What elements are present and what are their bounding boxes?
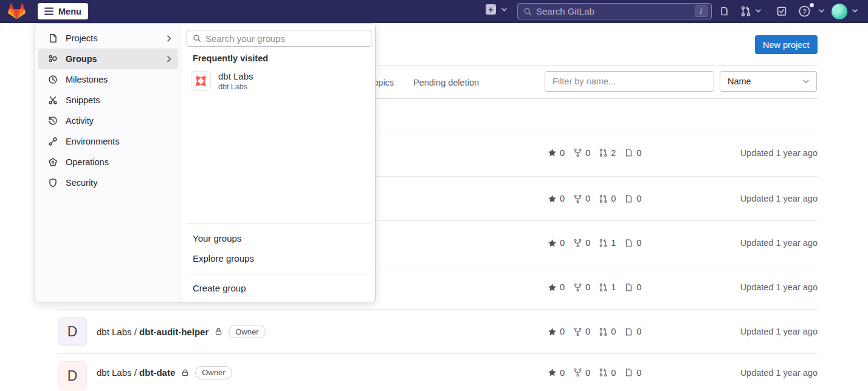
project-row: D dbt Labs / dbt-audit-helper Owner 0 0 … [58,309,818,353]
merge-requests-stat[interactable]: 1 [599,282,616,292]
stars-stat[interactable]: 0 [548,282,565,292]
frequent-group-item[interactable]: dbt Labs dbt Labs [191,71,253,91]
forks-stat[interactable]: 0 [573,148,590,158]
sort-select[interactable]: Name [720,71,817,92]
merge-requests-stat[interactable]: 1 [599,238,616,248]
divider [187,223,371,224]
lock-icon [181,369,189,377]
merge-request-icon [599,194,608,203]
project-icon [48,33,58,43]
forks-stat[interactable]: 0 [573,238,590,248]
issue-icon [624,239,633,248]
project-stats: 0 0 0 0 [548,194,641,203]
issues-stat[interactable]: 0 [624,238,641,248]
issues-stat[interactable]: 0 [624,327,641,336]
issues-stat[interactable]: 0 [624,282,641,292]
star-icon [548,327,557,336]
merge-request-icon [599,239,608,248]
star-icon [548,283,557,292]
merge-requests-stat[interactable]: 0 [599,194,616,203]
menu-button-label: Menu [58,7,81,16]
forks-stat[interactable]: 0 [573,368,590,378]
forks-stat[interactable]: 0 [573,327,590,336]
menu-button[interactable]: Menu [38,3,88,19]
menu-item-projects[interactable]: Projects [38,28,178,49]
group-search-input[interactable]: Search your groups [187,30,371,47]
project-name: dbt-date [139,367,175,378]
issue-icon [624,283,633,292]
merge-requests-icon[interactable] [740,5,751,17]
project-link[interactable]: dbt Labs / dbt-date [97,367,175,378]
forks-stat[interactable]: 0 [573,194,590,203]
stars-stat[interactable]: 0 [548,238,565,248]
project-stats: 0 0 0 0 [548,368,641,378]
merge-requests-stat[interactable]: 2 [599,148,616,158]
keyboard-shortcut-badge: / [695,5,708,17]
dbt-labs-logo-icon [191,71,211,91]
project-name: dbt-audit-helper [139,327,208,337]
chevron-right-icon [167,56,171,63]
fork-icon [573,327,582,336]
issues-stat[interactable]: 0 [624,368,641,378]
menu-item-snippets[interactable]: Snippets [38,90,178,110]
chevron-down-icon [501,8,507,12]
gitlab-logo-icon[interactable] [8,2,26,20]
stars-stat[interactable]: 0 [548,327,565,336]
namespace-separator: / [134,327,137,337]
user-avatar[interactable] [832,4,847,19]
scissors-icon [48,95,58,105]
search-placeholder: Search GitLab [536,6,695,16]
project-namespace: dbt Labs [97,327,132,337]
issues-icon[interactable] [719,5,729,17]
fork-icon [573,194,582,203]
project-avatar[interactable]: D [58,361,87,390]
issue-icon [624,327,633,336]
merge-request-icon [599,327,608,336]
create-group-link[interactable]: Create group [193,283,246,293]
project-avatar[interactable]: D [58,317,87,346]
fork-icon [573,239,582,248]
operations-icon [48,157,58,167]
menu-item-activity[interactable]: Activity [38,110,178,131]
global-search-input[interactable]: Search GitLab / [517,3,712,19]
issues-stat[interactable]: 0 [624,148,641,158]
chevron-down-icon [756,9,761,13]
issues-stat[interactable]: 0 [624,194,641,203]
new-menu-button[interactable]: + [486,4,507,15]
stars-stat[interactable]: 0 [548,148,565,158]
chevron-down-icon [852,9,858,13]
menu-item-operations[interactable]: Operations [38,152,178,172]
help-icon[interactable]: ? [798,5,811,18]
todos-icon[interactable] [776,5,787,17]
history-icon [48,116,58,126]
stars-stat[interactable]: 0 [548,368,565,378]
hamburger-icon [44,7,53,15]
explore-groups-link[interactable]: Explore groups [193,253,254,264]
plus-icon: + [486,4,496,15]
role-badge: Owner [229,325,265,338]
groups-panel: Search your groups Frequently visited db… [181,24,375,302]
menu-item-milestones[interactable]: Milestones [38,69,178,90]
your-groups-link[interactable]: Your groups [193,233,241,243]
updated-label: Updated 1 year ago [740,238,818,248]
merge-requests-stat[interactable]: 0 [599,368,616,378]
chevron-down-icon [819,9,824,13]
environment-icon [48,137,58,146]
project-stats: 0 0 2 0 [548,148,641,158]
project-link[interactable]: dbt Labs / dbt-audit-helper [97,327,208,337]
project-stats: 0 0 1 0 [548,238,641,248]
merge-requests-stat[interactable]: 0 [599,327,616,336]
new-project-button[interactable]: New project [755,35,818,54]
forks-stat[interactable]: 0 [573,282,590,292]
menu-item-security[interactable]: Security [38,172,178,193]
project-row: D dbt Labs / dbt-date Owner 0 0 0 0 Upda… [58,353,818,391]
clock-icon [48,75,58,84]
stars-stat[interactable]: 0 [548,194,565,203]
tab-pending-deletion[interactable]: Pending deletion [413,78,479,87]
menu-item-environments[interactable]: Environments [38,131,178,152]
issue-icon [624,148,633,157]
star-icon [548,194,557,203]
updated-label: Updated 1 year ago [740,194,818,203]
menu-item-groups[interactable]: Groups [38,49,178,69]
filter-by-name-input[interactable] [545,71,714,92]
